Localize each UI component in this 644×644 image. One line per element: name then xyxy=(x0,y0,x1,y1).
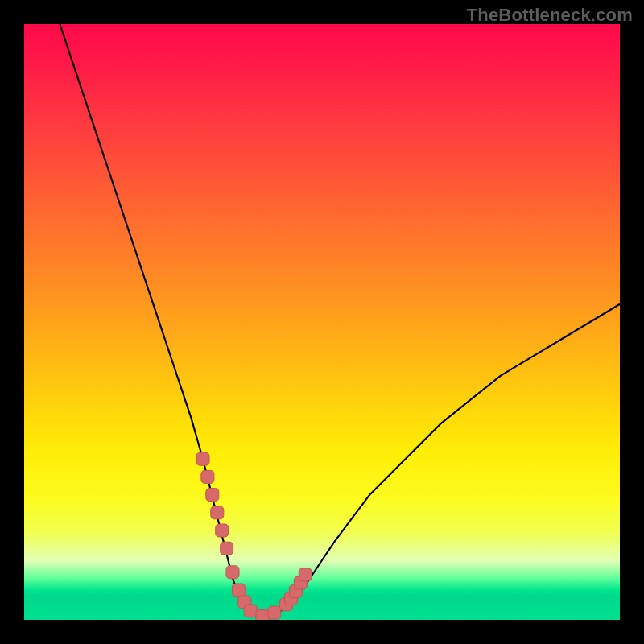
highlight-marker xyxy=(232,584,245,597)
highlight-marker xyxy=(221,542,233,555)
highlight-marker xyxy=(216,524,229,537)
highlight-marker xyxy=(211,506,224,519)
highlight-marker xyxy=(256,610,269,620)
plot-area xyxy=(24,24,620,620)
curve-overlay xyxy=(24,24,620,620)
watermark-text: TheBottleneck.com xyxy=(467,5,633,26)
highlight-marker xyxy=(206,489,219,502)
chart-stage: TheBottleneck.com xyxy=(0,0,644,644)
highlight-markers xyxy=(196,452,312,620)
highlight-marker xyxy=(226,566,239,579)
highlight-marker xyxy=(244,605,257,617)
highlight-marker xyxy=(299,568,312,581)
highlight-marker xyxy=(196,452,209,465)
highlight-marker xyxy=(201,470,214,483)
highlight-marker xyxy=(268,606,281,619)
bottleneck-curve xyxy=(60,24,620,617)
